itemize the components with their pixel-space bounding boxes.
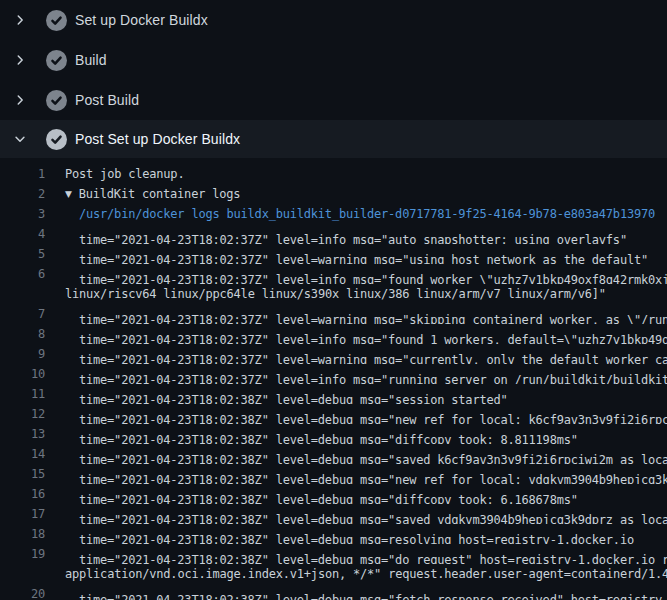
log-line: 18time="2021-04-23T18:02:38Z" level=debu…	[0, 524, 667, 544]
step-header-post-set-up-docker-buildx[interactable]: Post Set up Docker Buildx	[0, 120, 667, 158]
log-line: 6time="2021-04-23T18:02:37Z" level=info …	[0, 264, 667, 284]
log-line: 2▼BuildKit container logs	[0, 184, 667, 204]
log-line: 13time="2021-04-23T18:02:38Z" level=debu…	[0, 424, 667, 444]
line-number[interactable]: 2	[0, 184, 45, 204]
log-line: 19time="2021-04-23T18:02:38Z" level=debu…	[0, 544, 667, 564]
log-text: application/vnd.oci.image.index.v1+json,…	[45, 564, 667, 584]
log-text: time="2021-04-23T18:02:37Z" level=warnin…	[45, 344, 667, 364]
line-number[interactable]: 10	[0, 364, 45, 384]
log-line: 17time="2021-04-23T18:02:38Z" level=debu…	[0, 504, 667, 524]
line-number[interactable]: 15	[0, 464, 45, 484]
log-line: 4time="2021-04-23T18:02:37Z" level=info …	[0, 224, 667, 244]
step-header-post-build[interactable]: Post Build	[0, 80, 667, 120]
log-text: time="2021-04-23T18:02:37Z" level=warnin…	[45, 244, 648, 264]
chevron-right-icon	[13, 93, 37, 107]
log-line: 10time="2021-04-23T18:02:37Z" level=info…	[0, 364, 667, 384]
log-text: time="2021-04-23T18:02:38Z" level=debug …	[45, 544, 667, 564]
log-line: 5time="2021-04-23T18:02:37Z" level=warni…	[0, 244, 667, 264]
check-circle-icon	[46, 129, 67, 150]
line-number[interactable]: 6	[0, 264, 45, 284]
log-line: 20time="2021-04-23T18:02:38Z" level=debu…	[0, 584, 667, 600]
line-number[interactable]: 16	[0, 484, 45, 504]
log-text: time="2021-04-23T18:02:38Z" level=debug …	[45, 484, 578, 504]
line-number[interactable]: 8	[0, 324, 45, 344]
log-text: time="2021-04-23T18:02:38Z" level=debug …	[45, 404, 667, 424]
chevron-right-icon	[13, 13, 37, 27]
log-text: time="2021-04-23T18:02:38Z" level=debug …	[45, 464, 667, 484]
step-title: Set up Docker Buildx	[75, 12, 208, 28]
log-text: time="2021-04-23T18:02:38Z" level=debug …	[45, 584, 667, 600]
log-line-continuation: application/vnd.oci.image.index.v1+json,…	[0, 564, 667, 584]
log-line: 9time="2021-04-23T18:02:37Z" level=warni…	[0, 344, 667, 364]
log-text: time="2021-04-23T18:02:37Z" level=warnin…	[45, 304, 667, 324]
check-circle-icon	[46, 10, 67, 31]
line-number[interactable]: 12	[0, 404, 45, 424]
log-text: time="2021-04-23T18:02:37Z" level=info m…	[45, 224, 627, 244]
log-text: time="2021-04-23T18:02:38Z" level=debug …	[45, 444, 667, 464]
line-number[interactable]: 18	[0, 524, 45, 544]
line-number[interactable]: 17	[0, 504, 45, 524]
log-line: 15time="2021-04-23T18:02:38Z" level=debu…	[0, 464, 667, 484]
step-title: Post Build	[75, 92, 139, 108]
log-line-continuation: linux/riscv64 linux/ppc64le linux/s390x …	[0, 284, 667, 304]
chevron-right-icon	[13, 53, 37, 67]
chevron-down-icon	[13, 132, 37, 146]
log-line: 7time="2021-04-23T18:02:37Z" level=warni…	[0, 304, 667, 324]
log-group-label: BuildKit container logs	[79, 187, 241, 201]
steps-list: Set up Docker BuildxBuildPost BuildPost …	[0, 0, 667, 158]
log-text: time="2021-04-23T18:02:37Z" level=info m…	[45, 264, 667, 284]
line-number[interactable]: 20	[0, 584, 45, 600]
line-number	[0, 284, 45, 304]
log-line: 12time="2021-04-23T18:02:38Z" level=debu…	[0, 404, 667, 424]
line-number[interactable]: 4	[0, 224, 45, 244]
line-number[interactable]: 14	[0, 444, 45, 464]
log-line: 11time="2021-04-23T18:02:38Z" level=debu…	[0, 384, 667, 404]
log-viewer: 1Post job cleanup.2▼BuildKit container l…	[0, 158, 667, 600]
log-line: 8time="2021-04-23T18:02:37Z" level=info …	[0, 324, 667, 344]
line-number[interactable]: 5	[0, 244, 45, 264]
log-line: 16time="2021-04-23T18:02:38Z" level=debu…	[0, 484, 667, 504]
step-title: Build	[75, 52, 107, 68]
log-line: 14time="2021-04-23T18:02:38Z" level=debu…	[0, 444, 667, 464]
check-circle-icon	[46, 50, 67, 71]
log-text: time="2021-04-23T18:02:37Z" level=info m…	[45, 324, 667, 344]
line-number[interactable]: 3	[0, 204, 45, 224]
line-number[interactable]: 1	[0, 164, 45, 184]
log-line: 3/usr/bin/docker logs buildx_buildkit_bu…	[0, 204, 667, 224]
log-text: time="2021-04-23T18:02:38Z" level=debug …	[45, 524, 634, 544]
command-text: /usr/bin/docker logs buildx_buildkit_bui…	[45, 204, 655, 224]
line-number[interactable]: 11	[0, 384, 45, 404]
log-text: linux/riscv64 linux/ppc64le linux/s390x …	[45, 284, 606, 304]
step-header-set-up-docker-buildx[interactable]: Set up Docker Buildx	[0, 0, 667, 40]
line-number[interactable]: 7	[0, 304, 45, 324]
log-text: Post job cleanup.	[45, 164, 184, 184]
log-text: time="2021-04-23T18:02:38Z" level=debug …	[45, 384, 508, 404]
line-number[interactable]: 19	[0, 544, 45, 564]
log-text: time="2021-04-23T18:02:37Z" level=info m…	[45, 364, 667, 384]
line-number[interactable]: 9	[0, 344, 45, 364]
log-text: time="2021-04-23T18:02:38Z" level=debug …	[45, 504, 667, 524]
check-circle-icon	[46, 90, 67, 111]
log-group-toggle[interactable]: ▼BuildKit container logs	[45, 184, 240, 204]
step-header-build[interactable]: Build	[0, 40, 667, 80]
step-title: Post Set up Docker Buildx	[75, 131, 240, 147]
log-text: time="2021-04-23T18:02:38Z" level=debug …	[45, 424, 578, 444]
triangle-down-icon: ▼	[65, 184, 72, 204]
log-line: 1Post job cleanup.	[0, 164, 667, 184]
line-number	[0, 564, 45, 584]
line-number[interactable]: 13	[0, 424, 45, 444]
